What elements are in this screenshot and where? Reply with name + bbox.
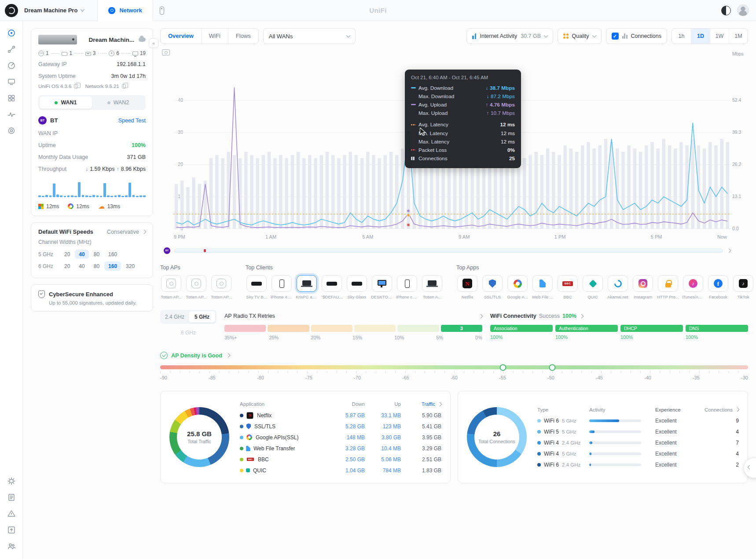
traffic-row[interactable]: Google APIs(SSL)148 MB3.80 GB3.95 GB bbox=[240, 432, 441, 443]
app-tile[interactable]: BBCBBC bbox=[557, 275, 579, 299]
rail-devices-icon[interactable] bbox=[4, 74, 19, 89]
ap-tile[interactable]: Totten AP... bbox=[185, 275, 207, 299]
theme-toggle[interactable] bbox=[721, 6, 731, 15]
rail-admins-icon[interactable] bbox=[4, 539, 19, 554]
rail-dashboard-icon[interactable] bbox=[4, 26, 19, 40]
connections-toggle[interactable]: ✓ Connections bbox=[606, 28, 668, 44]
tab-network[interactable]: Network bbox=[97, 0, 153, 21]
connections-checkbox[interactable]: ✓ bbox=[612, 33, 619, 40]
tab-overview[interactable]: Overview bbox=[161, 29, 201, 44]
channel-width-option[interactable]: 20 bbox=[60, 261, 74, 271]
rail-alerts-icon[interactable] bbox=[4, 506, 19, 521]
channel-width-option[interactable]: 80 bbox=[90, 250, 103, 259]
connection-row[interactable]: WiFi 42.4 GHzExcellent7 bbox=[537, 438, 739, 449]
range-1h[interactable]: 1h bbox=[672, 29, 691, 44]
connections-link[interactable]: Connections bbox=[704, 407, 739, 412]
device-name[interactable]: Dream Machin... bbox=[81, 37, 134, 43]
chart-screenshot-icon[interactable] bbox=[162, 49, 170, 55]
app-tile[interactable]: ♪TikTok bbox=[732, 275, 754, 299]
range-1m[interactable]: 1M bbox=[729, 29, 748, 44]
channel-width-option[interactable]: 160 bbox=[104, 250, 121, 259]
traffic-row[interactable]: QUIC1.04 GB784 MB1.83 GB bbox=[240, 465, 441, 476]
range-1d[interactable]: 1D bbox=[691, 29, 710, 44]
app-tile[interactable]: Web File ... bbox=[532, 275, 554, 299]
tab-flows[interactable]: Flows bbox=[228, 29, 258, 44]
connection-row[interactable]: WiFi 65 GHzExcellent9 bbox=[537, 416, 739, 427]
rail-insights-icon[interactable] bbox=[4, 107, 19, 122]
internet-count[interactable]: 1 bbox=[38, 50, 49, 56]
account-avatar[interactable] bbox=[737, 4, 749, 16]
client-tile[interactable]: iPhone 49... bbox=[271, 275, 293, 299]
site-picker[interactable]: Dream Machine Pro bbox=[23, 7, 97, 14]
wifi-mode-link[interactable]: Conservative bbox=[107, 229, 146, 235]
app-tile[interactable]: SSL/TLS bbox=[481, 275, 503, 299]
client-tile[interactable]: Totten A... bbox=[421, 275, 443, 299]
client-tile[interactable]: DESKTOP... bbox=[371, 275, 393, 299]
app-tile[interactable]: Google A... bbox=[506, 275, 528, 299]
traffic-row[interactable]: NNetflix5.87 GB33.1 MB5.90 GB bbox=[240, 410, 441, 421]
tab-wan2[interactable]: WAN2 bbox=[92, 96, 144, 109]
rail-updates-icon[interactable] bbox=[4, 522, 19, 537]
rail-clients-icon[interactable] bbox=[4, 91, 19, 106]
app-tile[interactable]: ♪iTunes/Ap... bbox=[682, 275, 704, 299]
traffic-row[interactable]: BBCBBC2.50 GB5.06 MB2.51 GB bbox=[240, 454, 441, 465]
channel-width-option[interactable]: 20 bbox=[60, 250, 74, 259]
channel-width-option[interactable]: 40 bbox=[75, 261, 88, 271]
client-tile[interactable]: iPhone c9... bbox=[396, 275, 418, 299]
channel-width-option[interactable]: 80 bbox=[90, 261, 103, 271]
collapse-panel-button[interactable]: « bbox=[149, 38, 158, 48]
client-tile[interactable]: Sky TV B... bbox=[246, 275, 268, 299]
app-tile[interactable]: fFacebook bbox=[707, 275, 729, 299]
rail-logs-icon[interactable] bbox=[4, 490, 19, 505]
chevron-right-icon[interactable] bbox=[580, 314, 584, 318]
copy-icon[interactable] bbox=[122, 84, 126, 88]
chevron-right-icon[interactable] bbox=[226, 353, 230, 358]
client-tile[interactable]: "$DEFAU... bbox=[321, 275, 343, 299]
scrubber-forward-button[interactable] bbox=[727, 249, 730, 252]
ap-tile[interactable]: Totten AP... bbox=[160, 275, 182, 299]
switch-count[interactable]: 3 bbox=[85, 50, 96, 56]
scrubber-track[interactable] bbox=[174, 249, 723, 253]
rail-radar-icon[interactable] bbox=[4, 58, 19, 73]
range-1w[interactable]: 1W bbox=[710, 29, 729, 44]
connection-row[interactable]: WiFi 62.4 GHzExcellent2 bbox=[537, 460, 739, 471]
band-6g-button[interactable]: 6 GHz bbox=[160, 327, 217, 338]
app-tile[interactable]: Instagram bbox=[632, 275, 654, 299]
wan-filter-select[interactable]: All WANs bbox=[263, 28, 356, 44]
band-5g-button[interactable]: 5 GHz bbox=[189, 311, 215, 323]
app-tile[interactable]: NNetflix bbox=[456, 275, 478, 299]
ap-count[interactable]: 6 bbox=[109, 50, 119, 56]
app-tile[interactable]: QUIC bbox=[582, 275, 604, 299]
client-tile[interactable]: Sky Glass bbox=[346, 275, 368, 299]
traffic-link[interactable]: Traffic bbox=[401, 401, 441, 407]
chevron-right-icon[interactable] bbox=[479, 314, 483, 318]
ap-tile[interactable]: Totten AP... bbox=[210, 275, 232, 299]
copy-icon[interactable] bbox=[74, 84, 78, 88]
console-button[interactable] bbox=[153, 0, 171, 21]
activity-total: 30.7 GB bbox=[521, 33, 541, 39]
channel-width-option[interactable]: 160 bbox=[104, 261, 121, 271]
traffic-row[interactable]: Web File Transfer3.28 GB10.4 MB3.29 GB bbox=[240, 443, 441, 454]
band-2g-button[interactable]: 2.4 GHz bbox=[161, 311, 188, 323]
internet-activity-select[interactable]: Internet Activity 30.7 GB bbox=[466, 28, 553, 44]
client-tile[interactable]: KrisPC aa... bbox=[296, 275, 318, 299]
tab-wifi[interactable]: WiFi bbox=[201, 29, 228, 44]
client-count[interactable]: 19 bbox=[132, 50, 146, 56]
quality-select[interactable]: Quality bbox=[558, 28, 601, 44]
traffic-row[interactable]: SSL/TLS5.28 GB123 MB5.41 GB bbox=[240, 421, 441, 432]
gateway-count[interactable]: 1 bbox=[62, 50, 72, 56]
channel-width-option[interactable]: 40 bbox=[75, 250, 88, 259]
cybersecure-card[interactable]: CyberSecure Enhanced Up to 55,000 signat… bbox=[31, 284, 153, 312]
rail-settings-icon[interactable] bbox=[4, 474, 19, 489]
tab-wan1[interactable]: WAN1 bbox=[40, 96, 92, 109]
rail-rings-icon[interactable] bbox=[4, 123, 19, 138]
channel-width-option[interactable]: 320 bbox=[122, 261, 139, 271]
connection-row[interactable]: WiFi 55 GHzExcellent4 bbox=[537, 427, 739, 438]
timeline-scrubber[interactable]: BT bbox=[164, 247, 730, 254]
rail-flows-icon[interactable] bbox=[4, 42, 19, 57]
app-tile[interactable]: Akamai.net bbox=[607, 275, 629, 299]
unifi-logo[interactable] bbox=[5, 4, 18, 17]
app-tile[interactable]: HTTP Pro... bbox=[657, 275, 679, 299]
connection-row[interactable]: WiFi 45 GHzExcellent4 bbox=[537, 449, 739, 460]
speed-test-link[interactable]: Speed Test bbox=[118, 118, 146, 124]
